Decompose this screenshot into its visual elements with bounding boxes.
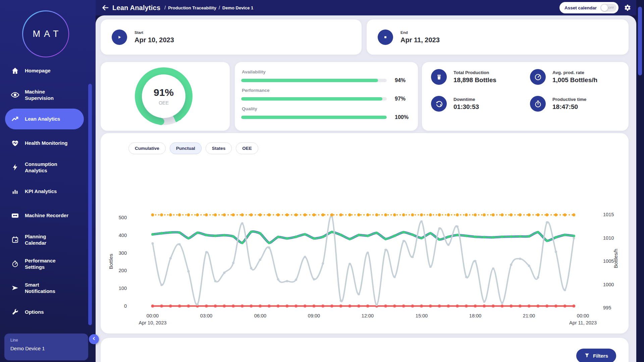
svg-text:Bottles/h: Bottles/h: [613, 249, 619, 268]
sidebar-collapse-button[interactable]: [89, 334, 99, 344]
cassette-icon: [11, 211, 19, 220]
play-button[interactable]: [112, 29, 127, 45]
svg-text:300: 300: [119, 250, 127, 256]
line-label: Line: [10, 338, 82, 343]
oee-gauge-ring: 91% OEE: [135, 67, 193, 125]
svg-text:06:00: 06:00: [254, 313, 266, 318]
sidebar-item-planning-calendar[interactable]: Planning Calendar: [5, 229, 84, 250]
breadcrumb-item[interactable]: Production Traceability: [168, 5, 216, 10]
svg-text:1010: 1010: [603, 235, 614, 241]
svg-text:200: 200: [119, 268, 127, 273]
svg-text:500: 500: [119, 215, 127, 220]
line-chart-icon: [11, 115, 19, 123]
svg-text:09:00: 09:00: [308, 313, 320, 318]
sidebar-item-health-monitoring[interactable]: Health Monitoring: [5, 133, 84, 154]
sidebar-item-machine-supervision[interactable]: Machine Supervision: [5, 84, 84, 105]
asset-calendar-label: Asset calendar: [565, 5, 597, 10]
oee-gauge-card: 91% OEE: [101, 62, 230, 131]
settings-gear-icon[interactable]: [624, 4, 632, 12]
kpi-bars-card: Availability 94% Performance 97% Quality…: [235, 62, 418, 131]
production-chart-card: Cumulative Punctual States OEE 010020030…: [101, 133, 629, 334]
chevron-left-icon: [91, 336, 97, 343]
svg-text:0: 0: [124, 303, 127, 309]
svg-text:100: 100: [119, 286, 127, 291]
svg-text:03:00: 03:00: [200, 313, 212, 318]
oee-value: 91%: [154, 87, 174, 98]
logo-text: MAT: [33, 29, 62, 39]
svg-text:1000: 1000: [603, 282, 614, 287]
quality-bar: [241, 116, 387, 119]
tab-oee[interactable]: OEE: [236, 142, 258, 154]
tab-states[interactable]: States: [206, 142, 232, 154]
end-date[interactable]: Apr 11, 2023: [400, 36, 440, 44]
svg-text:Apr 11, 2023: Apr 11, 2023: [569, 320, 597, 325]
stop-button[interactable]: [378, 29, 393, 45]
asset-calendar-switch[interactable]: OFF: [600, 4, 616, 12]
svg-text:400: 400: [119, 233, 127, 238]
svg-text:995: 995: [603, 305, 611, 310]
page-title: Lean Analytics: [112, 4, 160, 12]
home-icon: [11, 66, 19, 75]
lightning-icon: [11, 163, 19, 172]
topbar: Lean Analytics / Production Traceability…: [96, 0, 636, 15]
svg-text:1005: 1005: [603, 258, 614, 264]
chart-tabs: Cumulative Punctual States OEE: [128, 142, 258, 154]
performance-kpi: Performance 97%: [241, 88, 418, 102]
svg-text:21:00: 21:00: [523, 313, 535, 318]
line-device-selector[interactable]: Line Demo Device 1: [4, 334, 88, 360]
svg-text:18:00: 18:00: [469, 313, 481, 318]
sidebar-item-kpi-analytics[interactable]: KPI Analytics: [5, 181, 84, 202]
wrench-icon: [11, 308, 19, 316]
performance-bar: [241, 97, 387, 101]
production-stats-card: Total Production 18,898 Bottles Avg. pro…: [422, 62, 629, 131]
page-scrollbar-track[interactable]: [636, 0, 644, 362]
page-scrollbar-thumb[interactable]: [638, 7, 642, 75]
tab-punctual[interactable]: Punctual: [170, 142, 202, 154]
speedometer-icon: [530, 69, 546, 85]
sidebar-item-consumption-analytics[interactable]: Consumption Analytics: [5, 157, 84, 178]
back-button[interactable]: [101, 3, 110, 12]
downtime-stat: Downtime 01:30:53: [431, 96, 530, 112]
availability-kpi: Availability 94%: [241, 69, 418, 83]
start-date[interactable]: Apr 10, 2023: [135, 36, 174, 44]
availability-bar: [241, 79, 387, 82]
svg-text:1015: 1015: [603, 212, 614, 217]
sidebar-item-homepage[interactable]: Homepage: [5, 60, 84, 81]
send-icon: [11, 284, 19, 292]
svg-text:Bottles: Bottles: [108, 254, 114, 269]
sidebar-item-options[interactable]: Options: [5, 302, 84, 322]
svg-text:Apr 10, 2023: Apr 10, 2023: [139, 320, 166, 325]
sidebar: MAT Homepage Machine Supervision Lea: [0, 0, 96, 362]
bar-chart-icon: [11, 187, 19, 196]
production-chart[interactable]: 01002003004005009951000100510101015Bottl…: [101, 159, 629, 339]
avg-prod-rate-stat: Avg. prod. rate 1,005 Bottles/h: [530, 69, 629, 85]
history-alert-icon: [431, 96, 447, 112]
funnel-icon: [584, 353, 590, 359]
breadcrumb-item[interactable]: Demo Device 1: [222, 5, 254, 10]
app: MAT Homepage Machine Supervision Lea: [0, 0, 644, 362]
bottle-icon: [431, 69, 447, 85]
end-date-card: End Apr 11, 2023: [367, 19, 629, 55]
calendar-icon: [11, 235, 19, 244]
quality-kpi: Quality 100%: [241, 106, 418, 120]
asset-calendar-toggle-pill[interactable]: Asset calendar OFF: [559, 2, 619, 13]
sidebar-item-smart-notifications[interactable]: Smart Notifications: [5, 278, 84, 298]
toggle-state-label: OFF: [608, 6, 614, 9]
stopwatch-icon: [530, 96, 546, 112]
sidebar-item-machine-recorder[interactable]: Machine Recorder: [5, 205, 84, 226]
svg-text:00:00: 00:00: [577, 313, 589, 318]
sidebar-item-performance-settings[interactable]: Performance Settings: [5, 253, 84, 274]
sidebar-scrollbar[interactable]: [88, 84, 92, 325]
sidebar-item-lean-analytics[interactable]: Lean Analytics: [5, 109, 84, 129]
start-date-card: Start Apr 10, 2023: [101, 19, 362, 55]
productive-time-stat: Productive time 18:47:50: [530, 96, 629, 112]
toggle-knob: [601, 4, 608, 11]
filters-button[interactable]: Filters: [576, 349, 616, 362]
tab-cumulative[interactable]: Cumulative: [128, 142, 166, 154]
end-label: End: [400, 31, 440, 35]
breadcrumb: / Production Traceability / Demo Device …: [164, 5, 253, 10]
gauge-icon: [11, 259, 19, 268]
mat-logo: MAT: [22, 10, 69, 57]
svg-text:00:00: 00:00: [147, 313, 159, 318]
heart-pulse-icon: [11, 139, 19, 147]
